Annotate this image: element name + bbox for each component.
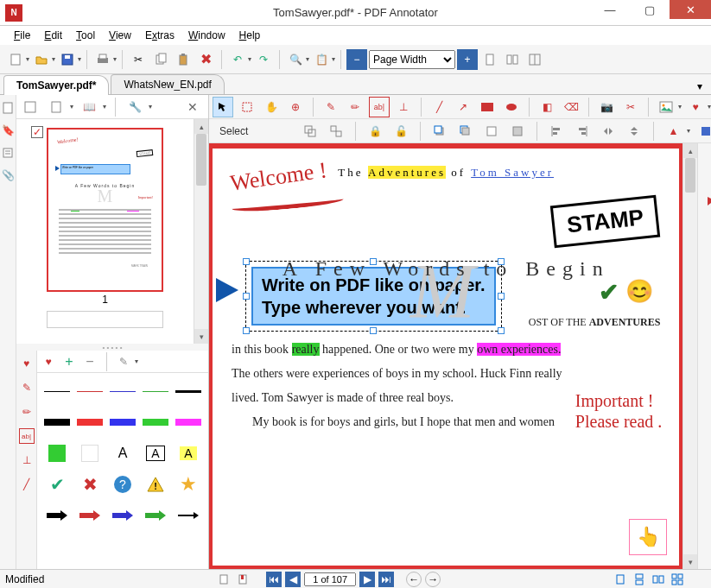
annotations-dropdown[interactable]: ▾ (332, 55, 335, 63)
minimize-button[interactable]: — (590, 0, 630, 19)
bring-front-button[interactable] (429, 121, 450, 142)
eraser-annot[interactable]: ◧ (536, 97, 557, 117)
welcome-underline[interactable] (232, 193, 345, 213)
status-doc-button[interactable] (216, 572, 232, 587)
scroll-up-icon[interactable]: ▴ (194, 119, 208, 134)
flip-v-button[interactable] (624, 121, 644, 142)
open-button[interactable] (31, 49, 52, 70)
last-page-button[interactable]: ⏭ (378, 572, 394, 587)
print-button[interactable] (92, 49, 113, 70)
page-view[interactable]: Welcome ! The Adventures of Tom Sawyer S… (209, 143, 682, 569)
page-scroll-thumb[interactable] (685, 158, 695, 193)
first-page-button[interactable]: ⏮ (266, 572, 282, 587)
view-single-button[interactable] (613, 572, 628, 587)
shape-tool-icon[interactable]: ╱ (19, 477, 35, 492)
preset-black-thin-line[interactable] (44, 380, 70, 402)
preset-arrow-blue[interactable] (110, 504, 136, 527)
thumbnail-close-button[interactable]: ✕ (181, 100, 205, 114)
preset-text-highlight[interactable]: A (175, 442, 201, 465)
thumbnail-area[interactable]: ✓ Welcome! STAMP Write on PDF like on pa… (16, 119, 194, 344)
tab-tomsawyer[interactable]: TomSawyer.pdf* (3, 75, 109, 95)
fav-remove-button[interactable]: − (82, 354, 98, 370)
menu-window[interactable]: Window (181, 28, 232, 43)
emoji-annotation[interactable]: 😊 (625, 278, 653, 305)
zoom-out-button[interactable]: − (346, 49, 367, 70)
thumb-settings-dropdown[interactable]: ▾ (149, 103, 152, 111)
checkmark-annotation[interactable]: ✔ (599, 278, 619, 307)
save-button[interactable] (57, 49, 78, 70)
rect-annot[interactable] (477, 97, 498, 117)
preset-text-boxed[interactable]: A (143, 442, 168, 465)
stamp-annotation[interactable]: STAMP (550, 195, 661, 249)
single-page-button[interactable] (479, 49, 500, 70)
page-scroll-up[interactable]: ▴ (683, 143, 697, 158)
pen-tool-icon[interactable]: ✎ (19, 380, 35, 395)
view-twopage-cont-button[interactable] (670, 572, 685, 587)
preset-magenta-bar[interactable] (175, 411, 201, 433)
preset-white-fill[interactable] (77, 442, 103, 465)
fav-edit-button[interactable]: ✎ (116, 354, 131, 370)
arrow-annotation[interactable] (216, 278, 238, 302)
thumb-view-dropdown[interactable]: ▾ (103, 103, 106, 111)
new-button[interactable] (5, 49, 26, 70)
lasso-tool[interactable] (237, 97, 257, 117)
fav-heart-icon[interactable]: ♥ (41, 354, 56, 370)
thumb-view-mode[interactable]: 📖 (79, 97, 99, 117)
preset-arrow-green[interactable] (143, 504, 168, 527)
pages-icon[interactable] (0, 100, 16, 116)
scroll-down-icon[interactable]: ▾ (194, 329, 208, 344)
page-scroll-down[interactable]: ▾ (683, 554, 697, 569)
forward-button[interactable] (481, 121, 502, 142)
nav-forward-button[interactable]: → (425, 572, 441, 587)
list-icon[interactable] (0, 145, 16, 161)
preset-arrow-red[interactable] (77, 504, 103, 527)
page-canvas[interactable]: Welcome ! The Adventures of Tom Sawyer S… (209, 143, 682, 569)
zoom-select[interactable]: Page Width (369, 50, 455, 69)
cut-button[interactable]: ✂ (128, 49, 149, 70)
text-annot[interactable]: ab| (369, 97, 390, 117)
group-button[interactable] (300, 121, 321, 142)
paste-button[interactable] (173, 49, 194, 70)
preset-warning-icon[interactable]: ! (143, 473, 168, 496)
tab-whatsnew[interactable]: WhatsNew_EN.pdf (111, 74, 224, 94)
preset-check-icon[interactable]: ✔ (44, 473, 70, 496)
ellipse-annot[interactable] (501, 97, 522, 117)
panel-splitter[interactable]: • • • • • (16, 344, 208, 351)
backward-button[interactable] (507, 121, 528, 142)
preset-green-thin-line[interactable] (143, 380, 168, 402)
snapshot-annot[interactable]: 📷 (596, 97, 617, 117)
preset-blue-thin-line[interactable] (110, 380, 136, 402)
text-tool-icon[interactable]: ab| (19, 428, 35, 444)
thumb-add-page[interactable] (46, 97, 67, 117)
touch-mode-button[interactable]: 👆 (629, 519, 667, 555)
crop-annot[interactable]: ✂ (620, 97, 641, 117)
save-style-button[interactable] (695, 121, 711, 142)
thumbnail-scrollbar[interactable]: ▴ ▾ (194, 119, 208, 344)
pen-annot[interactable]: ✎ (321, 97, 341, 117)
redo-button[interactable]: ↷ (253, 49, 274, 70)
lock-button[interactable]: 🔒 (365, 121, 385, 142)
unlock-button[interactable]: 🔓 (390, 121, 411, 142)
preset-green-bar[interactable] (143, 411, 168, 433)
zoom-in-button[interactable]: + (457, 49, 478, 70)
page-scrollbar[interactable]: ▴ ▾ (682, 143, 697, 569)
pan-tool[interactable]: ✋ (261, 97, 282, 117)
line-annot[interactable]: ╱ (429, 97, 449, 117)
print-dropdown[interactable]: ▾ (113, 55, 117, 63)
copy-button[interactable] (150, 49, 171, 70)
favorites-icon[interactable]: ♥ (19, 356, 35, 371)
preset-star-icon[interactable]: ★ (175, 473, 201, 496)
maximize-button[interactable]: ▢ (630, 0, 670, 19)
favorite-annot[interactable]: ♥ (685, 97, 706, 117)
close-button[interactable]: ✕ (670, 0, 711, 19)
new-dropdown[interactable]: ▾ (26, 55, 29, 63)
preset-cross-icon[interactable]: ✖ (77, 473, 103, 496)
marker-tool-icon[interactable]: ✏ (19, 404, 35, 420)
menu-file[interactable]: File (7, 28, 37, 43)
view-continuous-button[interactable] (632, 572, 647, 587)
arrow-annot[interactable]: ↗ (453, 97, 473, 117)
preset-black-bar[interactable] (44, 411, 70, 433)
menu-extras[interactable]: Extras (138, 28, 181, 43)
select-tool[interactable] (213, 97, 233, 117)
marker-annot[interactable]: ✏ (345, 97, 365, 117)
